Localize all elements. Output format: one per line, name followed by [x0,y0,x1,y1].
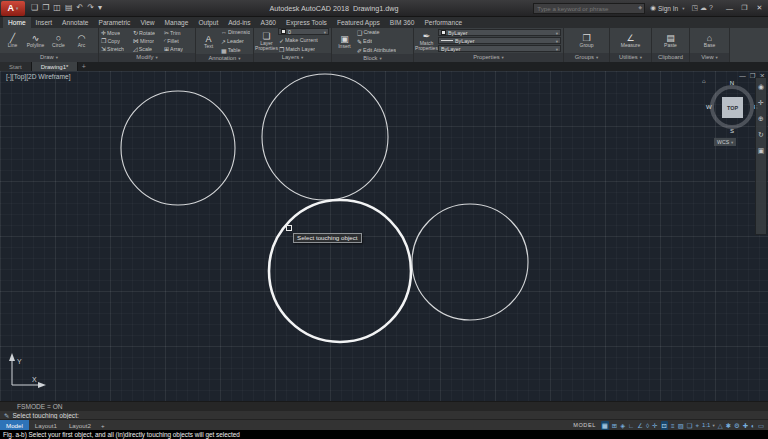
circle-highlighted[interactable] [269,200,411,342]
ortho-mode-icon[interactable]: ∟ [628,421,634,430]
ribbon-tool-trim[interactable]: ✂Trim [163,29,195,37]
grid-display-icon[interactable]: ▦ [601,421,609,430]
search-icon[interactable]: ⌖ [638,4,644,12]
menu-tab-home[interactable]: Home [3,17,31,28]
command-prompt-text[interactable]: Select touching object: [12,412,78,419]
isometric-drafting-icon[interactable]: ◊ [646,421,649,430]
document-tab-drawing1[interactable]: Drawing1* [32,62,79,71]
ribbon-tool-dimension[interactable]: ↔Dimension [220,28,251,36]
application-menu-button[interactable]: A [1,1,25,16]
ribbon-tool-rotate[interactable]: ↻Rotate [132,29,163,37]
ribbon-tool-leader[interactable]: ↗Leader [220,37,251,45]
help-icon[interactable]: ? [709,4,713,11]
layout-tab-layout1[interactable]: Layout1 [29,420,63,430]
new-file-icon[interactable]: ❏ [31,4,38,12]
selection-cycling-icon[interactable]: ❏ [687,421,693,430]
ribbon-panel-label-annotation[interactable]: Annotation [196,54,253,62]
layer-select-dropdown[interactable]: 0 [278,28,329,35]
transparency-icon[interactable]: ▨ [678,421,684,430]
isolate-objects-icon[interactable]: ◐ [751,421,755,430]
viewcube-north[interactable]: N [730,80,734,86]
ribbon-tool-move[interactable]: ✛Move [100,29,132,37]
minimize-button[interactable]: — [722,2,737,15]
ribbon-tool-fillet[interactable]: ◜Fillet [163,37,195,45]
viewcube[interactable]: ⌂ N S W E TOP [706,81,758,133]
properties-dropdown-0[interactable]: ByLayer [438,29,561,36]
menu-tab-add-ins[interactable]: Add-ins [223,17,255,28]
menu-tab-output[interactable]: Output [193,17,223,28]
wcs-menu[interactable]: WCS [714,138,736,146]
viewcube-top-face[interactable]: TOP [722,97,743,118]
document-tab-start[interactable]: Start [0,62,32,71]
restore-button[interactable]: ❐ [737,2,752,15]
ribbon-panel-label-draw[interactable]: Draw [0,53,98,62]
ribbon-tool-make-current[interactable]: ✓Make Current [278,36,329,44]
ribbon-panel-label-properties[interactable]: Properties [414,53,563,62]
ribbon-tool-paste[interactable]: ▤Paste [659,28,682,53]
snap-mode-icon[interactable]: ⊞ [612,421,617,430]
open-file-icon[interactable]: ❒ [42,4,49,12]
full-navigation-wheel-icon[interactable]: ◉ [758,83,764,90]
dynamic-input-icon[interactable]: ⌖ [695,421,699,430]
undo-icon[interactable]: ↶ [76,4,83,12]
new-layout-button[interactable]: + [97,420,109,430]
ribbon-panel-label-view[interactable]: View [690,53,729,62]
new-document-tab-button[interactable]: + [78,62,89,71]
clean-screen-icon[interactable]: ▭ [758,421,764,430]
app-store-icon[interactable]: ◳ [691,4,698,11]
menu-tab-view[interactable]: View [135,17,159,28]
showmotion-icon[interactable]: ▣ [758,147,765,154]
redo-icon[interactable]: ↷ [87,4,94,12]
properties-dropdown-1[interactable]: ByLayer [438,37,561,44]
ribbon-tool-arc[interactable]: ◠Arc [70,28,93,53]
ribbon-tool-layer-properties[interactable]: ❏Layer Properties [255,28,278,53]
menu-tab-express-tools[interactable]: Express Tools [281,17,332,28]
properties-dropdown-2[interactable]: ByLayer [438,45,561,52]
ribbon-tool-create[interactable]: ❑Create [356,28,411,36]
ribbon-tool-array[interactable]: ⊞Array [163,45,195,53]
ribbon-tool-scale[interactable]: ◿Scale [132,45,163,53]
orbit-icon[interactable]: ↻ [758,131,764,138]
ribbon-panel-label-utilities[interactable]: Utilities [610,53,651,62]
model-space-canvas[interactable]: [-][Top][2D Wireframe] —❐✕ ⌂ N S W E TOP… [0,71,768,401]
ribbon-tool-base[interactable]: ⌂Base [698,28,721,53]
menu-tab-performance[interactable]: Performance [419,17,467,28]
ribbon-tool-match-layer[interactable]: ❐Match Layer [278,45,329,53]
save-icon[interactable]: ◫ [53,4,61,12]
zoom-icon[interactable]: ⊕ [758,115,764,122]
menu-tab-parametric[interactable]: Parametric [94,17,136,28]
menu-tab-bim-360[interactable]: BIM 360 [385,17,420,28]
ribbon-panel-label-clipboard[interactable]: Clipboard [652,53,689,62]
menu-tab-manage[interactable]: Manage [160,17,194,28]
ribbon-tool-stretch[interactable]: ⇲Stretch [100,45,132,53]
model-mode-badge[interactable]: MODEL [573,422,595,428]
ribbon-tool-line[interactable]: ╱Line [1,28,24,53]
ribbon-tool-circle[interactable]: ○Circle [47,28,70,53]
a360-cloud-icon[interactable]: ☁ [700,4,707,11]
object-snap-tracking-icon[interactable]: ✛ [652,421,657,430]
command-line[interactable]: FSMODE = ON ✎ Select touching object: [0,401,768,419]
menu-tab-insert[interactable]: Insert [31,17,58,28]
ribbon-panel-label-modify[interactable]: Modify [99,53,195,62]
viewcube-west[interactable]: W [706,104,712,110]
annotation-scale-button[interactable]: 1:1 [702,422,715,428]
qat-dropdown-icon[interactable]: ▾ [98,4,102,12]
plot-icon[interactable]: ▤ [65,4,73,12]
sign-in-button[interactable]: ◉ Sign In [650,4,684,12]
circle-4[interactable] [412,204,528,320]
circle-2[interactable] [262,74,388,200]
infer-constraints-icon[interactable]: ◈ [620,421,625,430]
ribbon-tool-table[interactable]: ▦Table [220,46,251,54]
polar-tracking-icon[interactable]: ∠ [637,421,643,430]
workspace-gear-icon[interactable]: ⚙ [734,421,740,430]
ribbon-tool-group[interactable]: ❒Group [575,28,598,53]
object-snap-icon[interactable]: ⊡ [661,421,668,430]
layout-tab-layout2[interactable]: Layout2 [63,420,97,430]
search-input[interactable] [534,5,638,12]
ribbon-tool-edit[interactable]: ✎Edit [356,37,411,45]
ribbon-tool-copy[interactable]: ❐Copy [100,37,132,45]
ribbon-panel-label-groups[interactable]: Groups [564,53,609,62]
viewport-controls-label[interactable]: [-][Top][2D Wireframe] [6,73,71,80]
ribbon-tool-text[interactable]: AText [197,29,220,54]
ribbon-tool-mirror[interactable]: ⋈Mirror [132,37,163,45]
